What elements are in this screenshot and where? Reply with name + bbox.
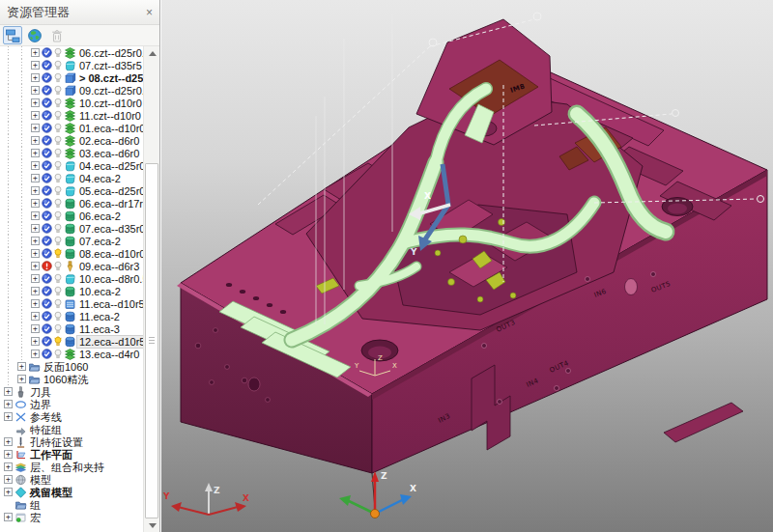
expand-toggle[interactable]: + [31,262,40,270]
tree-item[interactable]: + 刀具 [0,385,143,398]
expand-toggle[interactable]: + [17,375,26,383]
tree-item[interactable]: + 层、组合和夹持 [0,461,143,473]
bulb-icon[interactable] [54,160,62,172]
bulb-icon[interactable] [54,311,62,322]
tree-item[interactable]: + 11.eca-3 [0,322,143,335]
bulb-icon[interactable] [54,198,62,210]
tree-item[interactable]: + 反面1060 [0,360,143,373]
bulb-icon[interactable] [54,261,62,272]
tree-item[interactable]: + 12.eca--d10r5 [0,335,143,348]
tree-item[interactable]: + 宏 [0,511,143,523]
expand-toggle[interactable]: + [31,61,40,70]
expand-toggle[interactable]: + [31,149,40,157]
tree-item[interactable]: + 03.eca--d6r0 [0,147,143,159]
tree-item[interactable]: 特征组 [0,423,143,435]
tree-scrollbar[interactable] [143,46,159,532]
expand-toggle[interactable]: + [31,124,40,132]
bulb-icon[interactable] [54,98,62,109]
mold-model[interactable]: IM8 OUT3 IN3 IN4 OUT4 IN6 OUT5 [177,19,767,473]
tree-item[interactable]: + 工作平面 [0,448,143,461]
tree-item[interactable]: + 04.eca--d25r0.8 [0,159,143,172]
scroll-thumb[interactable] [145,163,158,518]
expand-toggle[interactable]: + [31,136,40,145]
expand-toggle[interactable]: + [31,299,40,308]
tree-item[interactable]: + 06.eca-2 [0,210,143,222]
tree-item[interactable]: + 参考线 [0,410,143,423]
bulb-icon[interactable] [54,286,62,297]
bulb-icon[interactable] [54,110,62,122]
tree-item[interactable]: + 06.czt--d25r0.8 [0,46,143,59]
expand-toggle[interactable]: + [31,312,40,321]
expand-toggle[interactable]: + [31,73,40,82]
viewport-3d[interactable]: IM8 OUT3 IN3 IN4 OUT4 IN6 OUT5 [161,0,773,532]
bulb-icon[interactable] [54,349,62,360]
expand-toggle[interactable]: + [31,274,40,283]
expand-toggle[interactable]: + [31,186,40,195]
delete-icon[interactable] [47,26,67,44]
tree-item[interactable]: + 11.eca-2 [0,310,143,322]
bulb-icon[interactable] [54,336,62,348]
tree-item[interactable]: 组 [0,498,143,511]
expand-toggle[interactable]: + [31,337,40,346]
tree-item[interactable]: + 09.eca--d6r3 [0,260,143,272]
bulb-icon[interactable] [54,72,62,84]
bulb-icon[interactable] [54,248,62,260]
tree-item[interactable]: + 07.czt--d35r5 [0,59,143,71]
bulb-icon[interactable] [54,60,62,71]
tree-item[interactable]: + 11.eca--d10r5 [0,297,143,310]
tree-item[interactable]: + 10.czt--d10r0 [0,97,143,109]
close-icon[interactable]: × [146,7,153,18]
bulb-icon[interactable] [54,135,62,147]
tree-item[interactable]: + 模型 [0,473,143,486]
tree-item[interactable]: + 04.eca-2 [0,172,143,184]
expand-toggle[interactable]: + [4,412,13,421]
bulb-icon[interactable] [54,223,62,235]
tree-item[interactable]: + 1060精洗 [0,373,143,385]
tree-item[interactable]: + 07.eca--d35r0.8 [0,222,143,235]
expand-toggle[interactable]: + [4,437,13,446]
expand-toggle[interactable]: + [31,249,40,258]
tree-item[interactable]: + 02.eca--d6r0 [0,134,143,147]
expand-toggle[interactable]: + [17,362,26,371]
bulb-icon[interactable] [54,298,62,310]
expand-toggle[interactable]: + [31,161,40,170]
tree-view-icon[interactable] [3,26,22,44]
expand-toggle[interactable]: + [31,98,40,107]
bulb-icon[interactable] [54,148,62,159]
bulb-icon[interactable] [54,185,62,197]
tree-item[interactable]: + 01.eca--d10r0 [0,122,143,134]
expand-toggle[interactable]: + [31,86,40,95]
scroll-up-arrow[interactable] [144,46,159,60]
tree-item[interactable]: + 10.eca--d8r0.5 [0,272,143,285]
bulb-icon[interactable] [54,236,62,247]
tree-item[interactable]: + 10.eca-2 [0,285,143,297]
expand-toggle[interactable]: + [31,111,40,120]
tree-item[interactable]: + 孔特征设置 [0,435,143,448]
expand-toggle[interactable]: + [4,475,13,484]
tree-item[interactable]: + 08.eca--d10r0 [0,247,143,260]
expand-toggle[interactable]: + [31,174,40,182]
expand-toggle[interactable]: + [31,350,40,358]
expand-toggle[interactable]: + [31,324,40,333]
bulb-icon[interactable] [54,273,62,285]
expand-toggle[interactable]: + [31,287,40,295]
expand-toggle[interactable]: + [4,387,13,396]
scroll-down-arrow[interactable] [144,518,159,532]
expand-toggle[interactable]: + [31,224,40,233]
tree-item[interactable]: + 残留模型 [0,486,143,498]
expand-toggle[interactable]: + [4,400,13,408]
expand-toggle[interactable]: + [31,237,40,245]
tree-item[interactable]: + 边界 [0,398,143,410]
bulb-icon[interactable] [54,210,62,222]
tree-item[interactable]: + 13.eca--d4r0 [0,348,143,360]
expand-toggle[interactable]: + [4,450,13,459]
expand-toggle[interactable]: + [31,48,40,57]
bulb-icon[interactable] [54,123,62,134]
tree-item[interactable]: + 05.eca--d25r0.8 [0,184,143,197]
expand-toggle[interactable]: + [4,462,13,471]
bulb-icon[interactable] [54,47,62,59]
bulb-icon[interactable] [54,85,62,97]
expand-toggle[interactable]: + [31,199,40,208]
globe-icon[interactable] [25,26,44,44]
tree-item[interactable]: + > 08.czt--d25r0.8 [0,71,143,84]
